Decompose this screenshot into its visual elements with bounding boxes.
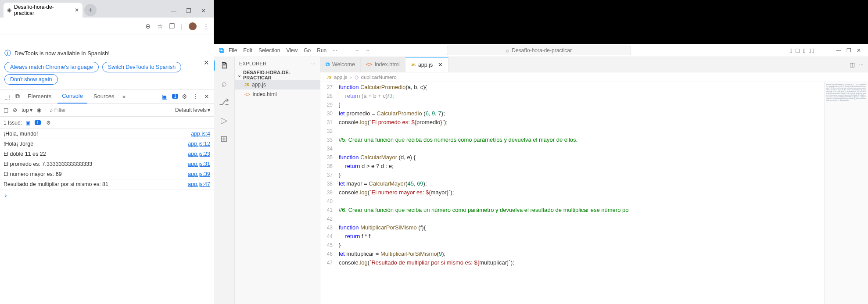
window-close-button[interactable]: ✕ (201, 7, 206, 14)
device-toggle-icon[interactable]: ⧉ (14, 93, 22, 100)
issues-icon[interactable]: ▣ (160, 93, 169, 100)
editor-more-icon[interactable]: ··· (859, 61, 864, 68)
layout-icon-1[interactable]: ▢ (795, 47, 800, 54)
zoom-icon[interactable]: ⊖ (145, 22, 151, 30)
console-prompt[interactable]: › (0, 190, 214, 201)
code-line[interactable]: 47console.log(`Resultado de multipliar p… (320, 258, 824, 267)
code-line[interactable]: 33//5. Crear una función que reciba dos … (320, 136, 824, 144)
log-source-link[interactable]: app.js:4 (191, 131, 210, 137)
code-line[interactable]: 42 (320, 215, 824, 223)
code-line[interactable]: 28 return (a + b + c)/3; (320, 92, 824, 100)
code-line[interactable]: 31console.log(`El promedo es: ${promedio… (320, 118, 824, 127)
log-source-link[interactable]: app.js:23 (188, 151, 210, 157)
window-maximize-button[interactable]: ❐ (186, 7, 191, 14)
code-line[interactable]: 29} (320, 100, 824, 109)
layout-icon-2[interactable]: ▯ (803, 47, 806, 54)
chip-match-language[interactable]: Always match Chrome's language (4, 62, 99, 72)
activity-extensions-icon[interactable]: ⊞ (220, 133, 228, 144)
menu-selection[interactable]: Selection (258, 47, 280, 54)
menu-go[interactable]: Go (304, 47, 311, 54)
live-expression-icon[interactable]: ◉ (37, 107, 41, 113)
close-tab-icon[interactable]: ✕ (75, 7, 79, 13)
code-line[interactable]: 38let mayor = CalcularMayor(45, 69); (320, 179, 824, 188)
menu-file[interactable]: File (229, 47, 237, 54)
tab-sources[interactable]: Sources (89, 89, 119, 104)
clear-console-icon[interactable]: ⊘ (13, 107, 17, 113)
nav-back-icon[interactable]: ← (355, 47, 360, 54)
minimap[interactable]: function CalcularPromedio(a, b, c){ retu… (824, 82, 868, 304)
breadcrumb[interactable]: JS app.js › ◇ duplicarNumero (320, 72, 868, 82)
explorer-folder[interactable]: ⌄ DESAFÍO-HORA-DE-PRACTICAR (235, 70, 320, 80)
chip-switch-spanish[interactable]: Switch DevTools to Spanish (102, 62, 181, 72)
log-source-link[interactable]: app.js:39 (188, 171, 210, 177)
menu-edit[interactable]: Edit (243, 47, 252, 54)
browser-tab[interactable]: ◉ Desafío-hora-de-practicar ✕ (4, 3, 82, 18)
devtools-close-icon[interactable]: ✕ (202, 93, 211, 100)
code-editor[interactable]: 27function CalcularPromedio(a, b, c){28 … (320, 82, 824, 304)
tab-console[interactable]: Console (57, 89, 87, 104)
code-line[interactable]: 34 (320, 144, 824, 153)
log-source-link[interactable]: app.js:31 (188, 161, 210, 167)
layout-icon-3[interactable]: ▯▯ (808, 47, 814, 54)
editor-tab[interactable]: <>index.html (361, 57, 405, 72)
extensions-icon[interactable]: ❐ (169, 22, 175, 30)
window-minimize-button[interactable]: — (836, 47, 841, 54)
editor-tab[interactable]: JSapp.js✕ (405, 57, 448, 72)
activity-debug-icon[interactable]: ▷ (221, 115, 227, 125)
chrome-menu-icon[interactable]: ⋮ (203, 22, 209, 30)
code-line[interactable]: 46let multuplicar = MultiplicarPorSiMism… (320, 250, 824, 258)
code-line[interactable]: 40 (320, 197, 824, 206)
explorer-file[interactable]: JSapp.js (235, 80, 320, 89)
profile-avatar[interactable] (189, 22, 197, 30)
chip-dont-show[interactable]: Don't show again (4, 74, 58, 85)
inspect-icon[interactable]: ⬚ (3, 93, 12, 100)
code-line[interactable]: 36 return d > e ? d : e; (320, 162, 824, 171)
command-center[interactable]: ⌕ Desafío-hora-de-practicar (447, 46, 631, 55)
log-source-link[interactable]: app.js:12 (188, 141, 210, 147)
code-line[interactable]: 41//6. Crear una función que reciba un n… (320, 206, 824, 215)
more-tabs-icon[interactable]: » (121, 93, 128, 100)
new-tab-button[interactable]: + (84, 4, 97, 16)
editor-tab[interactable]: ⧉Welcome (320, 57, 361, 72)
issues-row[interactable]: 1 Issue: ▣ 1 ⚙ (0, 117, 214, 129)
issues-gear-icon[interactable]: ⚙ (46, 120, 51, 126)
activity-explorer-icon[interactable]: 🗎 (214, 61, 234, 71)
log-source-link[interactable]: app.js:47 (188, 181, 210, 187)
context-selector[interactable]: top▾ (22, 107, 32, 113)
bookmark-star-icon[interactable]: ☆ (157, 22, 163, 30)
close-tab-icon[interactable]: ✕ (438, 61, 443, 68)
window-maximize-button[interactable]: ❐ (846, 47, 851, 54)
menu-view[interactable]: View (286, 47, 298, 54)
chrome-titlebar: ◉ Desafío-hora-de-practicar ✕ + — ❐ ✕ (0, 0, 214, 18)
window-minimize-button[interactable]: — (171, 7, 176, 14)
explorer-more-icon[interactable]: ··· (311, 61, 316, 66)
explorer-file[interactable]: <>index.html (235, 89, 320, 99)
code-line[interactable]: 32 (320, 127, 824, 136)
settings-gear-icon[interactable]: ⚙ (180, 93, 189, 100)
menu-run[interactable]: Run (317, 47, 326, 54)
console-filter-input[interactable] (54, 107, 85, 113)
devtools-menu-icon[interactable]: ⋮ (191, 93, 201, 100)
code-line[interactable]: 30let promedio = CalcularPromedio (6, 9,… (320, 109, 824, 118)
menu-···[interactable]: ··· (333, 47, 337, 54)
code-line[interactable]: 27function CalcularPromedio(a, b, c){ (320, 83, 824, 92)
line-number: 43 (320, 223, 339, 232)
code-line[interactable]: 45} (320, 241, 824, 250)
tab-elements[interactable]: Elements (23, 89, 56, 104)
log-levels-selector[interactable]: Default levels▾ (175, 107, 210, 113)
code-line[interactable]: 44 return f * f; (320, 232, 824, 241)
activity-source-control-icon[interactable]: ⎇ (219, 97, 229, 107)
activity-search-icon[interactable]: ⌕ (222, 79, 227, 89)
activity-bar: 🗎 ⌕ ⎇ ▷ ⊞ (214, 57, 235, 304)
code-line[interactable]: 43function MultiplicarPorSiMismo (f){ (320, 223, 824, 232)
notice-close-icon[interactable]: ✕ (204, 59, 209, 67)
code-line[interactable]: 35function CalcularMayor (d, e) { (320, 153, 824, 162)
sidebar-toggle-icon[interactable]: ◫ (4, 107, 8, 113)
code-line[interactable]: 37} (320, 171, 824, 179)
code-line[interactable]: 39console.log(`El numero mayor es: ${may… (320, 188, 824, 197)
console-logs: ¡Hola, mundo!app.js:4!Hola¡ Jorgeapp.js:… (0, 129, 214, 190)
layout-icon-0[interactable]: ▯ (789, 47, 793, 54)
nav-forward-icon[interactable]: → (365, 47, 370, 54)
window-close-button[interactable]: ✕ (857, 47, 861, 54)
split-editor-icon[interactable]: ◫ (850, 61, 855, 68)
